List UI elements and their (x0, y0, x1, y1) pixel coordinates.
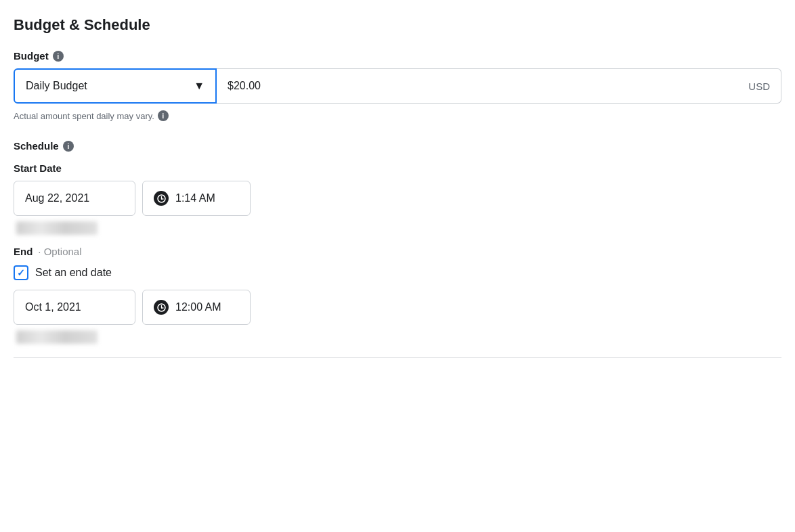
end-date-time-row: Oct 1, 2021 12:00 AM (14, 290, 781, 325)
end-label-row: End · Optional (14, 246, 781, 257)
budget-info-icon[interactable]: i (53, 51, 64, 62)
end-clock-icon (154, 300, 169, 315)
budget-row: Daily Budget ▼ $20.00 USD (14, 68, 781, 104)
end-date-input[interactable]: Oct 1, 2021 (14, 290, 135, 325)
start-date-label: Start Date (14, 162, 781, 174)
hint-text-content: Actual amount spent daily may vary. (14, 111, 154, 121)
set-end-date-checkbox-row: ✓ Set an end date (14, 265, 781, 280)
budget-section: Budget i Daily Budget ▼ $20.00 USD Actua… (14, 50, 781, 121)
page-title: Budget & Schedule (14, 16, 781, 34)
start-date-time-row: Aug 22, 2021 1:14 AM (14, 181, 781, 216)
start-time-input[interactable]: 1:14 AM (142, 181, 251, 216)
budget-currency: USD (748, 81, 770, 92)
schedule-label: Schedule i (14, 140, 781, 152)
timezone-blur-end (16, 330, 98, 344)
bottom-divider (14, 357, 781, 358)
end-time-input[interactable]: 12:00 AM (142, 290, 251, 325)
schedule-label-text: Schedule (14, 140, 59, 152)
end-date-value: Oct 1, 2021 (25, 301, 81, 313)
budget-hint-info-icon[interactable]: i (158, 110, 169, 121)
budget-type-select[interactable]: Daily Budget ▼ (14, 68, 217, 104)
set-end-date-checkbox[interactable]: ✓ (14, 265, 28, 280)
end-optional-text: · Optional (38, 246, 81, 257)
budget-amount-field[interactable]: $20.00 USD (217, 68, 781, 104)
end-section: End · Optional ✓ Set an end date Oct 1, … (14, 246, 781, 344)
checkmark-icon: ✓ (17, 267, 25, 278)
budget-amount-value: $20.00 (228, 80, 261, 92)
budget-type-value: Daily Budget (26, 80, 87, 92)
budget-label-text: Budget (14, 50, 49, 62)
end-label-text: End (14, 246, 33, 257)
schedule-section: Schedule i Start Date Aug 22, 2021 1:14 … (14, 140, 781, 344)
budget-hint: Actual amount spent daily may vary. i (14, 110, 781, 121)
budget-label: Budget i (14, 50, 781, 62)
end-time-value: 12:00 AM (175, 301, 221, 313)
timezone-blur-start (16, 221, 98, 235)
start-date-section: Start Date Aug 22, 2021 1:14 AM (14, 162, 781, 235)
schedule-info-icon[interactable]: i (63, 141, 74, 152)
chevron-down-icon: ▼ (194, 80, 205, 92)
start-date-value: Aug 22, 2021 (25, 192, 89, 204)
start-date-input[interactable]: Aug 22, 2021 (14, 181, 135, 216)
set-end-date-label: Set an end date (35, 267, 112, 279)
start-time-value: 1:14 AM (175, 192, 215, 204)
start-clock-icon (154, 191, 169, 206)
